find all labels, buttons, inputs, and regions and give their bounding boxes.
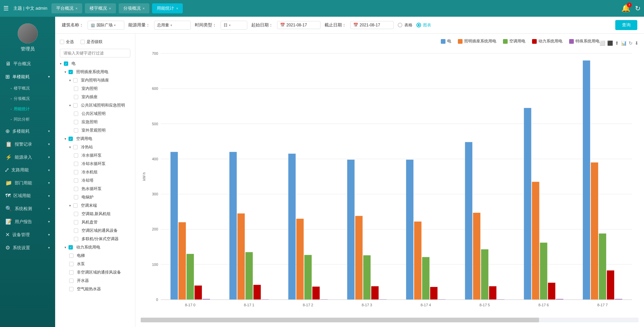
sidebar-item-dept[interactable]: 📁 部门用能 ▾ xyxy=(0,176,55,189)
unchecked-checkbox[interactable] xyxy=(73,203,78,208)
tree-item[interactable]: 空调区域的通风设备 xyxy=(55,226,135,235)
close-icon[interactable]: × xyxy=(109,6,111,10)
tree-item[interactable]: 冷却塔 xyxy=(55,176,135,185)
download-icon[interactable]: ⬇ xyxy=(635,40,639,46)
sidebar-item-region[interactable]: 🗺 区域用能 ▾ xyxy=(0,189,55,202)
tree-item[interactable]: ▾公共区域照明和应急照明 xyxy=(55,101,135,110)
checked-checkbox[interactable]: ✓ xyxy=(64,61,68,66)
query-button[interactable]: 查询 xyxy=(615,20,637,30)
unchecked-checkbox[interactable] xyxy=(73,145,78,149)
close-icon[interactable]: × xyxy=(176,6,178,10)
tab-platform[interactable]: 平台概况 × xyxy=(51,3,82,13)
tree-item[interactable]: 室外景观照明 xyxy=(55,126,135,135)
close-icon[interactable]: × xyxy=(143,6,145,10)
cascade-checkbox[interactable]: 是否级联 xyxy=(81,39,103,45)
chart-radio[interactable] xyxy=(416,23,421,27)
energy-select[interactable]: 总用量 ▾ xyxy=(154,21,191,30)
tree-item[interactable]: 冷却水循环泵 xyxy=(55,160,135,168)
time-select[interactable]: 日 ▾ xyxy=(221,21,247,30)
tree-item[interactable]: 热水循环泵 xyxy=(55,185,135,193)
checked-checkbox[interactable]: ✓ xyxy=(69,245,73,250)
tab-subitem[interactable]: 分项概况 × xyxy=(119,3,149,13)
unchecked-checkbox[interactable] xyxy=(74,187,78,191)
tree-item[interactable]: ▾室内照明与插座 xyxy=(55,76,135,85)
tree-item[interactable]: ▾冷热站 xyxy=(55,143,135,151)
unchecked-checkbox[interactable] xyxy=(73,103,78,108)
zoom-in-icon[interactable]: ⬜ xyxy=(600,40,605,46)
building-select[interactable]: 🏢 国际广场 ▾ xyxy=(88,21,124,30)
tree-item[interactable]: 空调箱,新风机组 xyxy=(55,210,135,218)
cascade-cb[interactable] xyxy=(81,40,85,44)
sidebar-item-alarm[interactable]: 📋 报警记录 ▾ xyxy=(0,138,55,151)
notification-bell[interactable]: 🔔 7 xyxy=(621,4,630,13)
tree-item[interactable]: 应急照明 xyxy=(55,118,135,126)
tree-item[interactable]: 冷水循环泵 xyxy=(55,151,135,160)
tab-building[interactable]: 楼宇概况 × xyxy=(85,3,116,13)
unchecked-checkbox[interactable] xyxy=(74,87,78,91)
unchecked-checkbox[interactable] xyxy=(74,120,78,124)
sidebar-item-branch[interactable]: ⑇ 支路用能 ▾ xyxy=(0,164,55,176)
checked-checkbox[interactable]: ✓ xyxy=(69,137,73,141)
sidebar-item-single-energy[interactable]: ⊞ 单楼能耗 ▾ xyxy=(0,70,55,83)
unchecked-checkbox[interactable] xyxy=(74,212,78,216)
tab-energy[interactable]: 用能统计 × xyxy=(152,3,183,13)
unchecked-checkbox[interactable] xyxy=(74,220,78,224)
unchecked-checkbox[interactable] xyxy=(69,270,74,275)
sidebar-item-energy-stats[interactable]: 用能统计 xyxy=(11,104,55,114)
select-all-cb[interactable] xyxy=(60,40,64,44)
end-date-picker[interactable]: 📅 2021-08-17 xyxy=(350,21,394,29)
tree-item[interactable]: 多联机/分体式空调器 xyxy=(55,235,135,243)
unchecked-checkbox[interactable] xyxy=(69,254,74,258)
sidebar-item-detect[interactable]: 🔍 系统检测 ▾ xyxy=(0,202,55,215)
tree-item[interactable]: 开水器 xyxy=(55,277,135,285)
unchecked-checkbox[interactable] xyxy=(74,228,78,233)
unchecked-checkbox[interactable] xyxy=(74,128,78,133)
sidebar-item-multi-energy[interactable]: ⊕ 多楼能耗 ▾ xyxy=(0,125,55,138)
tree-item[interactable]: ▾✓动力系统用电 xyxy=(55,243,135,252)
refresh-chart-icon[interactable]: ↻ xyxy=(629,40,633,46)
close-icon[interactable]: × xyxy=(76,6,78,10)
unchecked-checkbox[interactable] xyxy=(74,170,78,174)
tree-item[interactable]: 冷水机组 xyxy=(55,168,135,176)
unchecked-checkbox[interactable] xyxy=(69,279,74,283)
tree-item[interactable]: 公共区域照明 xyxy=(55,110,135,118)
tree-item[interactable]: ▾✓电 xyxy=(55,59,135,68)
select-all-checkbox[interactable]: 全选 xyxy=(60,39,74,45)
tree-filter-input[interactable] xyxy=(60,49,130,57)
zoom-out-icon[interactable]: ⬛ xyxy=(607,40,613,46)
tree-item[interactable]: 非空调区域的通排风设备 xyxy=(55,268,135,277)
tree-item[interactable]: ▾✓空调用电 xyxy=(55,135,135,143)
sidebar-item-device[interactable]: ✕ 设备管理 ▾ xyxy=(0,228,55,241)
expand-icon[interactable]: ⬆ xyxy=(615,40,619,46)
unchecked-checkbox[interactable] xyxy=(74,195,78,199)
unchecked-checkbox[interactable] xyxy=(74,112,78,116)
table-radio[interactable] xyxy=(398,23,402,27)
scrollbar-thumb[interactable] xyxy=(141,318,539,322)
unchecked-checkbox[interactable] xyxy=(74,95,78,99)
checked-checkbox[interactable]: ✓ xyxy=(69,70,73,74)
menu-icon[interactable]: ☰ xyxy=(3,5,9,12)
tree-item[interactable]: ▾✓照明插座系统用电 xyxy=(55,68,135,76)
tree-item[interactable]: 风机盘管 xyxy=(55,218,135,226)
tree-item[interactable]: 空气能热水器 xyxy=(55,285,135,293)
bar-chart-icon[interactable]: 📊 xyxy=(621,40,627,46)
unchecked-checkbox[interactable] xyxy=(73,78,78,83)
unchecked-checkbox[interactable] xyxy=(74,153,78,158)
unchecked-checkbox[interactable] xyxy=(69,262,74,266)
tree-item[interactable]: 室内照明 xyxy=(55,85,135,93)
unchecked-checkbox[interactable] xyxy=(74,237,78,241)
sidebar-item-platform[interactable]: 🖥 平台概况 xyxy=(0,57,55,70)
tree-item[interactable]: 水泵 xyxy=(55,260,135,268)
sidebar-item-subitem-overview[interactable]: 分项概况 xyxy=(11,94,55,104)
sidebar-item-building-overview[interactable]: 楼宇概况 xyxy=(11,83,55,94)
tree-item[interactable]: 电梯 xyxy=(55,252,135,260)
tree-item[interactable]: 电锅炉 xyxy=(55,193,135,201)
chart-scrollbar[interactable] xyxy=(141,318,639,322)
sidebar-item-user-report[interactable]: 📝 用户报告 ▾ xyxy=(0,215,55,228)
unchecked-checkbox[interactable] xyxy=(74,162,78,166)
tree-item[interactable]: ▾空调末端 xyxy=(55,201,135,210)
start-date-picker[interactable]: 📅 2021-08-17 xyxy=(277,21,320,29)
unchecked-checkbox[interactable] xyxy=(69,287,74,291)
sidebar-item-compare[interactable]: 同比分析 xyxy=(11,114,55,125)
refresh-icon[interactable]: ↻ xyxy=(635,4,641,12)
